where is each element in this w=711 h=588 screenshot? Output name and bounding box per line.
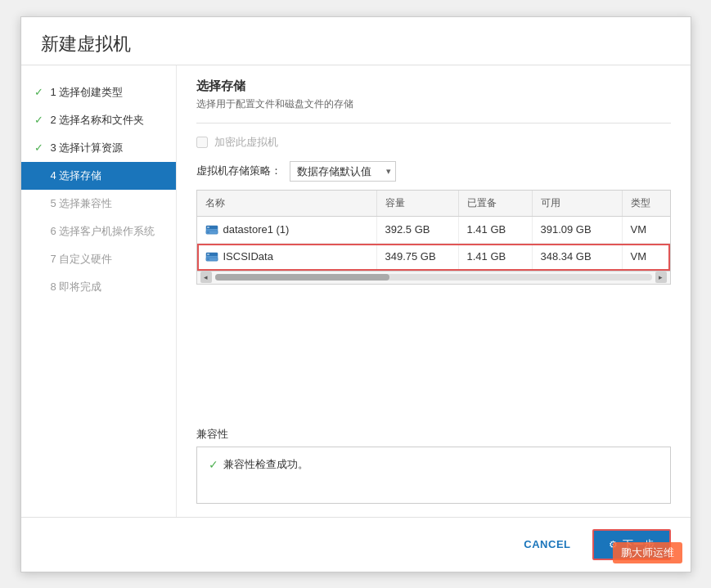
policy-select-wrapper[interactable]: 数据存储默认值 <box>290 161 396 182</box>
row1-type: VM <box>623 217 670 243</box>
section-subtitle: 选择用于配置文件和磁盘文件的存储 <box>196 97 671 111</box>
datastore-icon-1 <box>205 223 218 236</box>
sidebar-item-label-step4: 4 选择存储 <box>51 168 102 183</box>
sidebar-item-label-step7: 7 自定义硬件 <box>51 252 113 267</box>
sidebar-item-label-step8: 8 即将完成 <box>51 280 102 294</box>
svg-rect-3 <box>207 227 209 227</box>
sidebar-item-step6: 6 选择客户机操作系统 <box>21 218 176 245</box>
cancel-button[interactable]: CANCEL <box>511 532 583 557</box>
sidebar-item-step4[interactable]: 4 选择存储 <box>21 162 176 190</box>
section-divider <box>196 123 671 123</box>
sidebar-item-step3[interactable]: ✓ 3 选择计算资源 <box>21 134 176 162</box>
row1-name: datastore1 (1) <box>197 217 377 243</box>
svg-rect-4 <box>207 231 209 232</box>
dialog-footer: CANCEL ⚙ 下一步 <box>21 517 691 572</box>
datastore-table: 名称 容量 已置备 可用 类型 <box>196 190 671 285</box>
table-header: 名称 容量 已置备 可用 类型 <box>197 191 670 217</box>
next-button[interactable]: ⚙ 下一步 <box>592 529 671 560</box>
svg-rect-9 <box>207 258 209 259</box>
table-body: datastore1 (1) 392.5 GB 1.41 GB 391.09 G… <box>197 217 670 271</box>
sidebar-item-step2[interactable]: ✓ 2 选择名称和文件夹 <box>21 106 176 134</box>
scroll-track[interactable] <box>215 274 652 281</box>
check-icon-step3: ✓ <box>34 141 46 154</box>
sidebar-item-label-step3: 3 选择计算资源 <box>51 141 124 155</box>
datastore-icon-2 <box>205 250 218 263</box>
next-button-label: 下一步 <box>623 537 655 552</box>
sidebar: ✓ 1 选择创建类型 ✓ 2 选择名称和文件夹 ✓ 3 选择计算资源 4 选择存… <box>21 65 177 517</box>
col-capacity: 容量 <box>377 191 459 216</box>
compat-section: 兼容性 ✓ 兼容性检查成功。 <box>196 427 671 504</box>
sidebar-item-step8: 8 即将完成 <box>21 273 176 301</box>
policy-label: 虚拟机存储策略： <box>196 164 281 178</box>
encrypt-label: 加密此虚拟机 <box>214 135 278 150</box>
policy-select[interactable]: 数据存储默认值 <box>290 161 396 182</box>
scroll-right-arrow[interactable]: ▸ <box>655 272 667 283</box>
row2-type: VM <box>623 244 670 270</box>
policy-row: 虚拟机存储策略： 数据存储默认值 <box>196 161 671 182</box>
compat-success: ✓ 兼容性检查成功。 <box>209 457 659 472</box>
main-content: 选择存储 选择用于配置文件和磁盘文件的存储 加密此虚拟机 虚拟机存储策略： 数据… <box>177 65 691 517</box>
horizontal-scrollbar[interactable]: ◂ ▸ <box>197 271 670 284</box>
sidebar-item-label-step1: 1 选择创建类型 <box>51 85 124 100</box>
sidebar-item-label-step2: 2 选择名称和文件夹 <box>51 113 145 128</box>
scroll-left-arrow[interactable]: ◂ <box>200 272 212 283</box>
table-row-selected[interactable]: ISCSIData 349.75 GB 1.41 GB 348.34 GB VM <box>197 244 670 271</box>
compat-message: 兼容性检查成功。 <box>223 457 308 472</box>
row1-free: 391.09 GB <box>533 217 623 243</box>
sidebar-item-step1[interactable]: ✓ 1 选择创建类型 <box>21 79 176 106</box>
sidebar-item-step5: 5 选择兼容性 <box>21 190 176 218</box>
row2-free: 348.34 GB <box>533 244 623 270</box>
col-name: 名称 <box>197 191 377 216</box>
check-icon-step1: ✓ <box>34 86 46 98</box>
row2-capacity: 349.75 GB <box>377 244 459 270</box>
col-provisioned: 已置备 <box>459 191 533 216</box>
row1-provisioned: 1.41 GB <box>459 217 533 243</box>
sidebar-item-step7: 7 自定义硬件 <box>21 245 176 273</box>
check-icon-step2: ✓ <box>34 114 46 126</box>
compat-check-icon: ✓ <box>209 458 218 471</box>
col-free: 可用 <box>533 191 623 216</box>
table-row[interactable]: datastore1 (1) 392.5 GB 1.41 GB 391.09 G… <box>197 217 670 244</box>
dialog-body: ✓ 1 选择创建类型 ✓ 2 选择名称和文件夹 ✓ 3 选择计算资源 4 选择存… <box>21 65 691 517</box>
scroll-thumb <box>215 274 390 281</box>
new-vm-dialog: 新建虚拟机 ✓ 1 选择创建类型 ✓ 2 选择名称和文件夹 ✓ 3 选择计算资源… <box>20 16 691 572</box>
dialog-title: 新建虚拟机 <box>21 17 691 65</box>
row1-capacity: 392.5 GB <box>377 217 459 243</box>
row2-provisioned: 1.41 GB <box>459 244 533 270</box>
col-type: 类型 <box>623 191 671 216</box>
encrypt-checkbox[interactable] <box>196 137 208 148</box>
svg-rect-8 <box>207 254 209 254</box>
encrypt-row: 加密此虚拟机 <box>196 135 671 150</box>
sidebar-item-label-step6: 6 选择客户机操作系统 <box>51 224 155 239</box>
row2-name: ISCSIData <box>197 244 377 270</box>
section-title: 选择存储 <box>196 79 671 94</box>
flex-spacer <box>196 285 671 417</box>
next-icon: ⚙ <box>609 539 618 550</box>
compat-label: 兼容性 <box>196 427 671 442</box>
compat-box: ✓ 兼容性检查成功。 <box>196 447 671 504</box>
sidebar-item-label-step5: 5 选择兼容性 <box>51 196 113 211</box>
